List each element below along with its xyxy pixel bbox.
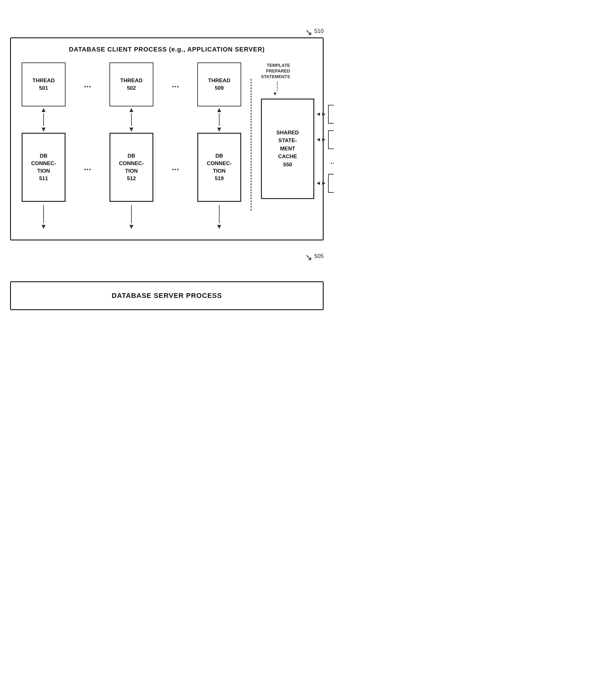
stmt-arrow-559: ◄► [316, 180, 327, 186]
db-conn-511-number: 511 [39, 175, 48, 182]
thread-509-label: THREAD [208, 77, 230, 84]
dashed-divider [251, 79, 251, 210]
db-conn-519-line3: TION [213, 167, 226, 175]
ellipsis-threads-2: ... [153, 80, 197, 89]
vertical-arrows-to-server: ▼ ▼ [18, 202, 241, 227]
stmt-arrow-552: ◄► [316, 136, 327, 143]
db-conn-519-line1: DB [215, 152, 223, 160]
statement-row-559: ◄► S 559 [314, 174, 334, 193]
stmt-box-552: S 552 [328, 130, 334, 149]
db-conn-512-line3: TION [125, 167, 138, 175]
template-label: TEMPLATEPREPAREDSTATEMENTS [261, 63, 290, 80]
arrow-down-519: ▼ [216, 126, 223, 133]
thread-509-number: 509 [215, 84, 224, 92]
template-label-wrapper: TEMPLATEPREPAREDSTATEMENTS ▼ [261, 63, 293, 97]
label-505: ↙ 505 [305, 253, 324, 262]
arrow-line-519 [219, 113, 219, 126]
db-conn-512-line2: CONNEC- [119, 160, 144, 167]
ellipsis-conn-2: ... [153, 162, 197, 172]
shared-cache-box: SHARED STATE- MENT CACHE 550 [261, 99, 314, 199]
arrow-up-511: ▲ [40, 106, 47, 113]
arrow-up-519: ▲ [216, 106, 223, 113]
db-conn-519-box: DB CONNEC- TION 519 [197, 133, 241, 202]
template-arrow-down: ▼ [272, 91, 278, 97]
stmt-arrow-551: ◄► [316, 111, 327, 117]
thread-conn-arrows: ▲ ▼ ▲ ▼ [18, 106, 241, 133]
arrow-ellipsis-1 [66, 106, 109, 133]
diagram-wrapper: ↙ 510 DATABASE CLIENT PROCESS (e.g., APP… [10, 37, 324, 310]
thread-501-number: 501 [39, 84, 48, 92]
cache-line4: CACHE [278, 153, 297, 161]
thread-501-label: THREAD [33, 77, 55, 84]
stmt-box-559: S 559 [328, 174, 334, 193]
db-conn-512-number: 512 [127, 175, 136, 182]
cache-line1: SHARED [276, 129, 299, 137]
db-conn-512-line1: DB [128, 152, 136, 160]
arrow-519: ▲ ▼ [197, 106, 241, 133]
client-process-box: DATABASE CLIENT PROCESS (e.g., APPLICATI… [10, 37, 324, 240]
v-arrow-line-519 [219, 205, 219, 223]
template-dashed-line [277, 82, 278, 91]
db-conn-511-line1: DB [40, 152, 48, 160]
client-process-title: DATABASE CLIENT PROCESS (e.g., APPLICATI… [18, 46, 315, 53]
template-label-text: TEMPLATEPREPAREDSTATEMENTS [261, 63, 290, 79]
connections-row: DB CONNEC- TION 511 ... DB CONNEC- TION [18, 133, 241, 202]
thread-502-label: THREAD [120, 77, 143, 84]
threads-section: THREAD 501 ... THREAD 502 ... [18, 63, 241, 227]
db-conn-512-box: DB CONNEC- TION 512 [109, 133, 153, 202]
curve-arrow-510: ↙ [305, 28, 312, 37]
v-arrow-line-512 [131, 205, 132, 223]
arrow-up-512: ▲ [128, 106, 135, 113]
v-arrow-head-511: ▼ [40, 223, 47, 230]
statement-row-552: ◄► S 552 [314, 130, 334, 149]
threads-row: THREAD 501 ... THREAD 502 ... [18, 63, 241, 106]
ref-505: 505 [314, 253, 324, 259]
arrow-511: ▲ ▼ [22, 106, 66, 133]
cache-number: 550 [283, 161, 292, 169]
ellipsis-threads-1: ... [66, 80, 109, 89]
v-arrow-head-512: ▼ [128, 223, 135, 230]
client-inner: THREAD 501 ... THREAD 502 ... [18, 63, 315, 227]
thread-502-number: 502 [127, 84, 136, 92]
v-arrow-head-519: ▼ [216, 223, 223, 230]
arrow-line-512 [131, 113, 132, 126]
cache-section: TEMPLATEPREPAREDSTATEMENTS ▼ SHARED STAT… [261, 63, 334, 199]
ref-510: 510 [314, 28, 324, 35]
inter-box-space: ↙ 505 [10, 259, 324, 262]
db-conn-511-box: DB CONNEC- TION 511 [22, 133, 66, 202]
thread-509-box: THREAD 509 [197, 63, 241, 106]
arrow-ellipsis-2 [153, 106, 197, 133]
v-arrow-519: ▼ [197, 205, 241, 230]
cache-line3: MENT [280, 145, 295, 153]
thread-501-box: THREAD 501 [22, 63, 66, 106]
arrow-down-511: ▼ [40, 126, 47, 133]
cache-and-statements: SHARED STATE- MENT CACHE 550 ◄► S 551 [261, 99, 334, 199]
ellipsis-conn-1: ... [66, 162, 109, 172]
stmt-ellipsis: ... [314, 156, 334, 167]
v-arrow-511: ▼ [22, 205, 66, 230]
statement-row-551: ◄► S 551 [314, 105, 334, 124]
db-conn-519-line2: CONNEC- [207, 160, 231, 167]
thread-502-box: THREAD 502 [109, 63, 153, 106]
arrow-512: ▲ ▼ [109, 106, 153, 133]
v-arrow-line-511 [43, 205, 44, 223]
stmt-box-551: S 551 [328, 105, 334, 124]
db-conn-511-line3: TION [37, 167, 50, 175]
statements-col: ◄► S 551 ◄► S 552 [314, 99, 334, 199]
v-arrow-512: ▼ [109, 205, 153, 230]
curve-arrow-505: ↙ [305, 253, 312, 262]
db-conn-511-line2: CONNEC- [31, 160, 56, 167]
server-process-title: DATABASE SERVER PROCESS [20, 292, 313, 300]
arrow-line-511 [43, 113, 44, 126]
cache-line2: STATE- [279, 137, 297, 145]
db-conn-519-number: 519 [215, 175, 224, 182]
server-process-box: DATABASE SERVER PROCESS [10, 281, 324, 310]
arrow-down-512: ▼ [128, 126, 135, 133]
label-510: ↙ 510 [305, 28, 324, 37]
